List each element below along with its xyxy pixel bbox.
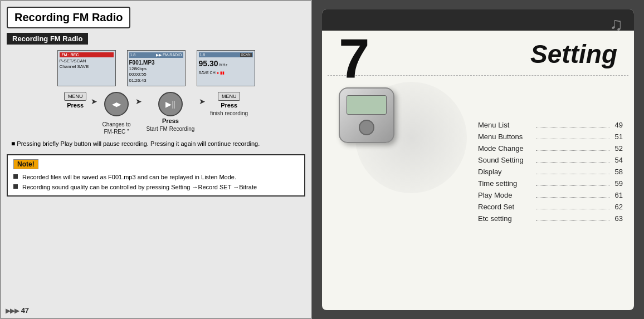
screen2-time2: 01:26:43 xyxy=(129,78,183,84)
arrow-right-icon1: ➤ xyxy=(91,97,97,106)
toc-item: Record Set62 xyxy=(478,203,623,211)
screen1-fm-rec: FM · REC xyxy=(61,53,80,57)
device-screen-small xyxy=(347,95,387,115)
screen3-header-left: 1.8 xyxy=(200,53,206,57)
toc-label: Sound Setting xyxy=(478,156,534,164)
nav-icon: ◀▶ xyxy=(112,101,121,108)
toc-label: Record Set xyxy=(478,203,534,211)
screens-row: FM · REC P-SET/SCAN Channel SAVE 1.8 ▶▶ … xyxy=(7,50,305,86)
arrow1: ➤ xyxy=(91,96,97,106)
nav-button[interactable]: ◀▶ xyxy=(104,92,129,116)
toc-page: 63 xyxy=(612,214,623,223)
left-panel: Recording FM Radio Recording FM Radio FM… xyxy=(0,0,312,319)
screen3-scan: SCAN xyxy=(240,53,252,57)
toc-page: 59 xyxy=(612,179,623,188)
toc-page: 61 xyxy=(612,191,623,199)
screen2-content: F001.MP3 128Kbps 00:00:55 01:26:43 xyxy=(129,59,183,84)
press-label1: Press xyxy=(67,102,84,109)
chapter-title: Setting xyxy=(530,39,617,69)
toc-dots xyxy=(536,197,609,198)
caption2: Start FM Recording xyxy=(147,125,195,132)
screen2-group: 1.8 ▶▶ FM-RADIO F001.MP3 128Kbps 00:00:5… xyxy=(127,50,186,86)
screen1-line2: Channel SAVE xyxy=(60,64,114,70)
nav-button-group: ◀▶ Changes to FM-REC " xyxy=(102,92,130,135)
main-title: Recording FM Radio xyxy=(7,7,130,28)
toc-item: Menu Buttons51 xyxy=(478,132,623,141)
screen2-header-left: 1.8 xyxy=(130,53,136,57)
screen1-content: P-SET/SCAN Channel SAVE xyxy=(60,58,114,70)
toc-dots xyxy=(536,174,609,174)
toc-item: Time setting59 xyxy=(478,179,623,188)
note-title: Note! xyxy=(13,159,38,169)
device-button-circle xyxy=(359,120,374,135)
screen1: FM · REC P-SET/SCAN Channel SAVE xyxy=(57,50,116,86)
menu-button1[interactable]: MENU xyxy=(64,92,87,101)
screen1-header: FM · REC xyxy=(60,52,114,57)
screen2-header: 1.8 ▶▶ FM-RADIO xyxy=(129,52,183,58)
toc-page: 58 xyxy=(612,168,623,176)
toc-label: Display xyxy=(478,168,534,176)
screen2: 1.8 ▶▶ FM-RADIO F001.MP3 128Kbps 00:00:5… xyxy=(127,50,186,86)
toc-item: Display58 xyxy=(478,168,623,176)
toc-page: 54 xyxy=(612,156,623,164)
toc-area: Menu List49Menu Buttons51Mode Change52So… xyxy=(478,121,623,226)
screen3-frequency: 95.30 xyxy=(199,59,218,68)
toc-label: Etc setting xyxy=(478,214,534,223)
toc-page: 52 xyxy=(612,144,623,153)
toc-page: 49 xyxy=(612,121,623,129)
toc-label: Mode Change xyxy=(478,144,534,153)
section-label: Recording FM Radio xyxy=(7,33,88,45)
screen3: 1.8 SCAN 95.30 MHz SAVE CH ● ▮▮ xyxy=(197,50,255,86)
toc-label: Menu List xyxy=(478,121,534,129)
screen3-mhz: MHz xyxy=(219,63,227,67)
controls-row: MENU Press ➤ ◀▶ Changes to FM-REC " ➤ ▶‖ xyxy=(7,92,305,135)
toc-dots xyxy=(536,185,609,186)
music-note-icon: ♫ xyxy=(609,14,623,35)
screen2-header-right: ▶▶ FM-RADIO xyxy=(156,53,182,57)
caption3: finish recording xyxy=(210,110,248,117)
toc-item: Mode Change52 xyxy=(478,144,623,153)
toc-label: Time setting xyxy=(478,179,534,188)
toc-dots xyxy=(536,127,609,127)
screen3-content: 95.30 MHz SAVE CH ● ▮▮ xyxy=(199,58,253,75)
arrow2: ➤ xyxy=(135,96,142,106)
arrow3: ➤ xyxy=(199,96,206,106)
play-button[interactable]: ▶‖ xyxy=(158,92,183,116)
screen3-freq-row: 95.30 MHz xyxy=(199,58,253,68)
toc-page: 62 xyxy=(612,203,623,211)
right-panel: 7 ♫ Setting Menu List49Menu Buttons51Mod… xyxy=(312,0,644,319)
bullet-icon2 xyxy=(13,184,18,189)
screen3-save-ch: SAVE CH ● ▮▮ xyxy=(199,70,253,75)
press-label3: Press xyxy=(221,102,237,109)
screen1-group: FM · REC P-SET/SCAN Channel SAVE xyxy=(57,50,116,86)
toc-dots xyxy=(536,220,609,221)
screen3-group: 1.8 SCAN 95.30 MHz SAVE CH ● ▮▮ xyxy=(197,50,255,86)
device-image xyxy=(339,87,406,154)
toc-dots xyxy=(536,209,609,209)
toc-label: Play Mode xyxy=(478,191,534,199)
bullet-icon1 xyxy=(13,174,18,179)
rec-indicator: ● ▮▮ xyxy=(217,71,225,75)
note-item-2: Recording sound quality can be controlle… xyxy=(13,183,299,193)
toc-page: 51 xyxy=(612,132,623,141)
pressing-note: ■ Pressing briefly Play button will paus… xyxy=(11,139,301,149)
chapter-number: 7 xyxy=(339,31,370,86)
page-arrows: ▶▶▶ xyxy=(6,307,19,314)
press-label2: Press xyxy=(162,117,179,124)
menu-button2[interactable]: MENU xyxy=(218,92,241,101)
play-button-group: ▶‖ Press Start FM Recording xyxy=(147,92,195,132)
toc-item: Play Mode61 xyxy=(478,191,623,199)
screen1-line1: P-SET/SCAN xyxy=(60,58,114,64)
screen2-time: 00:00:55 xyxy=(129,72,183,77)
page-number: ▶▶▶ 47 xyxy=(6,306,29,315)
toc-item: Sound Setting54 xyxy=(478,156,623,164)
note-item-1: Recorded files will be saved as F001.mp3… xyxy=(13,173,299,183)
screen3-header: 1.8 SCAN xyxy=(199,52,253,57)
play-icon: ▶‖ xyxy=(165,100,175,109)
pressing-note-area: ■ Pressing briefly Play button will paus… xyxy=(7,139,305,149)
dotted-separator xyxy=(328,75,628,76)
screen2-filename: F001.MP3 xyxy=(129,59,183,66)
right-card: 7 ♫ Setting Menu List49Menu Buttons51Mod… xyxy=(322,9,634,310)
screen2-bitrate: 128Kbps xyxy=(129,66,183,72)
menu-press-group1: MENU Press xyxy=(64,92,87,109)
